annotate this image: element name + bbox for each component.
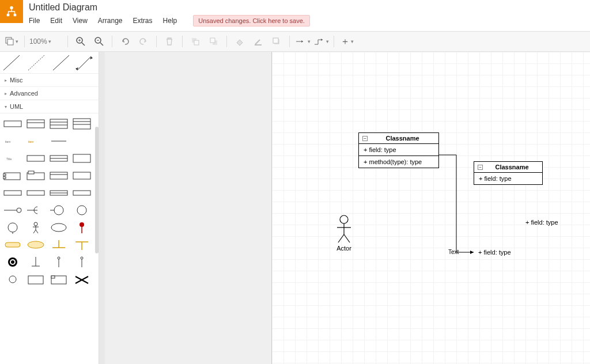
palette-shape[interactable] [71, 134, 92, 148]
palette-shape[interactable] [2, 169, 23, 183]
palette-shape[interactable] [48, 255, 69, 269]
palette-shape[interactable] [25, 255, 46, 269]
palette-shape[interactable] [48, 186, 69, 200]
sidebar-section-uml[interactable]: ▾UML [0, 100, 99, 113]
diagram-canvas[interactable]: Text −Classname + field: type + method(t… [272, 52, 590, 364]
palette-shape[interactable] [48, 151, 69, 165]
palette-shape[interactable] [48, 169, 69, 183]
palette-shape[interactable]: Title [2, 151, 23, 165]
document-title[interactable]: Untitled Diagram [29, 2, 310, 13]
zoom-dropdown[interactable]: 100% ▾ [29, 37, 63, 46]
palette-shape[interactable]: item [25, 134, 46, 148]
palette-shape[interactable] [71, 221, 92, 234]
sidebar-section-advanced[interactable]: ▸Advanced [0, 87, 99, 100]
palette-shape[interactable] [25, 272, 46, 286]
palette-shape[interactable] [48, 203, 69, 217]
palette-shape[interactable] [2, 238, 23, 252]
palette-shape[interactable] [2, 255, 23, 269]
palette-shape[interactable] [2, 221, 23, 234]
svg-rect-88 [51, 276, 55, 278]
palette-shape[interactable] [2, 186, 23, 200]
svg-point-85 [9, 276, 16, 283]
uml-class-2[interactable]: −Classname + field: type [474, 161, 543, 185]
palette-actor-shape[interactable] [25, 221, 46, 234]
zoom-out-button[interactable] [91, 34, 107, 49]
palette-shape[interactable] [25, 203, 46, 217]
menu-file[interactable]: File [29, 17, 40, 25]
uml-class-method[interactable]: + method(type): type [359, 156, 438, 168]
palette-shape[interactable] [48, 221, 69, 234]
insert-dropdown[interactable]: ＋▾ [339, 34, 355, 49]
uml-class-field[interactable]: + field: type [478, 249, 511, 256]
svg-line-23 [77, 56, 91, 70]
sidebar-scrollbar[interactable] [95, 127, 99, 253]
svg-line-21 [28, 55, 44, 70]
collapse-icon[interactable]: − [478, 165, 483, 170]
delete-button[interactable] [161, 34, 177, 49]
palette-shape[interactable] [2, 272, 23, 286]
uml-class-1[interactable]: −Classname + field: type + method(type):… [358, 132, 439, 168]
menu-arrange[interactable]: Arrange [98, 17, 123, 25]
line-shape-thin[interactable] [50, 52, 74, 73]
svg-point-71 [28, 241, 44, 248]
menu-extras[interactable]: Extras [133, 17, 153, 25]
undo-button[interactable] [117, 34, 133, 49]
waypoint-style-dropdown[interactable]: ▾ [313, 34, 329, 49]
line-color-button[interactable] [250, 34, 266, 49]
uml-class-field[interactable]: + field: type [359, 144, 438, 156]
svg-point-78 [11, 260, 14, 264]
svg-point-57 [54, 206, 63, 215]
palette-shape[interactable] [71, 186, 92, 200]
svg-line-6 [82, 43, 85, 46]
canvas-area[interactable]: Text −Classname + field: type + method(t… [105, 52, 590, 364]
palette-shape[interactable] [71, 255, 92, 269]
menu-help[interactable]: Help [163, 17, 177, 25]
palette-shape[interactable] [71, 151, 92, 165]
sidebar-section-misc[interactable]: ▸Misc [0, 74, 99, 87]
palette-shape[interactable] [48, 117, 69, 131]
palette-shape[interactable] [71, 169, 92, 183]
uml-class-title: Classname [485, 164, 539, 170]
palette-shape[interactable] [25, 151, 46, 165]
svg-point-55 [17, 208, 21, 213]
palette-shape[interactable] [71, 272, 92, 286]
palette-shape[interactable] [25, 186, 46, 200]
palette-shape[interactable] [48, 134, 69, 148]
palette-shape[interactable] [25, 169, 46, 183]
to-back-button[interactable] [206, 34, 222, 49]
svg-rect-2 [14, 14, 17, 17]
uml-class-field[interactable]: + field: type [474, 173, 542, 184]
palette-shape[interactable] [71, 117, 92, 131]
palette-shape[interactable] [71, 238, 92, 252]
line-shape-dotted[interactable] [25, 52, 50, 73]
palette-shape[interactable] [25, 238, 46, 252]
svg-rect-43 [3, 177, 6, 179]
zoom-in-button[interactable] [73, 34, 89, 49]
connection-style-dropdown[interactable]: ▾ [294, 34, 311, 49]
svg-rect-50 [27, 191, 44, 195]
palette-shape[interactable] [2, 203, 23, 217]
menu-view[interactable]: View [73, 17, 88, 25]
palette-shape[interactable] [48, 272, 69, 286]
redo-button[interactable] [135, 34, 152, 49]
collapse-icon[interactable]: − [362, 136, 368, 141]
edge-label[interactable]: Text [448, 249, 459, 255]
save-warning-button[interactable]: Unsaved changes. Click here to save. [193, 15, 310, 26]
to-front-button[interactable] [187, 34, 203, 49]
sidebar-splitter[interactable] [99, 52, 105, 364]
svg-line-65 [33, 230, 36, 233]
palette-shape[interactable] [48, 238, 69, 252]
palette-shape[interactable] [2, 117, 23, 131]
uml-class-field[interactable]: + field: type [525, 219, 558, 226]
svg-line-66 [36, 230, 38, 233]
palette-shape[interactable] [71, 203, 92, 217]
shadow-button[interactable] [268, 34, 285, 49]
menu-edit[interactable]: Edit [50, 17, 62, 25]
uml-actor[interactable]: Actor [332, 215, 355, 252]
line-shape-solid[interactable] [0, 52, 25, 73]
palette-shape[interactable]: item [2, 134, 23, 148]
line-shape-arrow[interactable] [74, 52, 99, 73]
view-mode-dropdown[interactable]: ▾ [3, 34, 20, 49]
fill-color-button[interactable] [232, 34, 248, 49]
palette-shape[interactable] [25, 117, 46, 131]
